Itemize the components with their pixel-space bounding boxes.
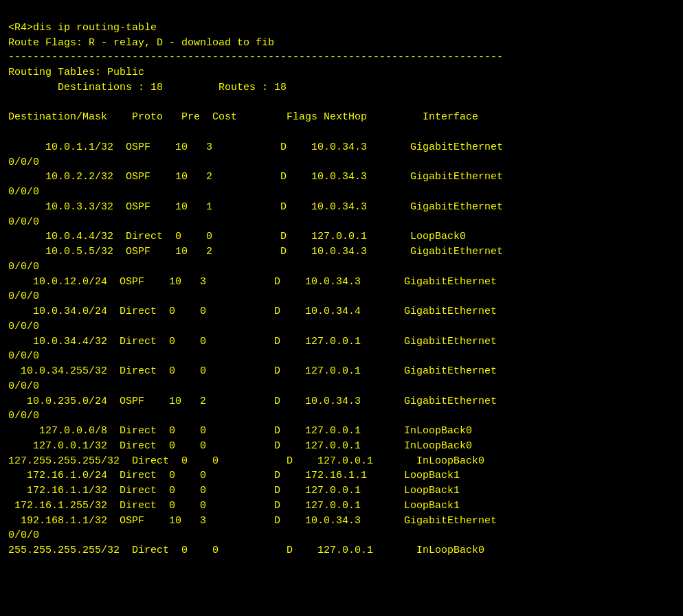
row-5: 0/0/0 — [8, 216, 39, 228]
route-flags: Route Flags: R - relay, D - download to … — [8, 37, 274, 49]
table-header: Destination/Mask Proto Pre Cost Flags Ne… — [8, 111, 478, 123]
row-6: 10.0.4.4/32 Direct 0 0 D 127.0.0.1 LoopB… — [8, 231, 466, 242]
row-2: 10.0.2.2/32 OSPF 10 2 D 10.0.34.3 Gigabi… — [8, 171, 503, 183]
row-14: 0/0/0 — [8, 350, 39, 362]
row-10: 0/0/0 — [8, 290, 39, 302]
row-12: 0/0/0 — [8, 321, 39, 332]
prompt-command: <R4>dis ip routing-table — [8, 22, 157, 34]
row-7: 10.0.5.5/32 OSPF 10 2 D 10.0.34.3 Gigabi… — [8, 246, 503, 258]
row-0: 10.0.1.1/32 OSPF 10 3 D 10.0.34.3 Gigabi… — [8, 141, 503, 153]
summary-line: Destinations : 18 Routes : 18 — [8, 82, 287, 93]
row-13: 10.0.34.4/32 Direct 0 0 D 127.0.0.1 Giga… — [8, 336, 497, 347]
row-24: 172.16.1.255/32 Direct 0 0 D 127.0.0.1 L… — [8, 500, 460, 512]
row-22: 172.16.1.0/24 Direct 0 0 D 172.16.1.1 Lo… — [8, 470, 460, 481]
row-15: 10.0.34.255/32 Direct 0 0 D 127.0.0.1 Gi… — [8, 365, 497, 377]
terminal-output: <R4>dis ip routing-table Route Flags: R … — [8, 21, 675, 558]
row-18: 0/0/0 — [8, 410, 39, 422]
row-20: 127.0.0.1/32 Direct 0 0 D 127.0.0.1 InLo… — [8, 440, 472, 452]
row-27: 255.255.255.255/32 Direct 0 0 D 127.0.0.… — [8, 545, 484, 556]
row-3: 0/0/0 — [8, 186, 39, 198]
row-21: 127.255.255.255/32 Direct 0 0 D 127.0.0.… — [8, 455, 484, 467]
row-11: 10.0.34.0/24 Direct 0 0 D 10.0.34.4 Giga… — [8, 306, 497, 317]
row-16: 0/0/0 — [8, 380, 39, 392]
row-17: 10.0.235.0/24 OSPF 10 2 D 10.0.34.3 Giga… — [8, 396, 497, 407]
row-26: 0/0/0 — [8, 529, 39, 541]
row-19: 127.0.0.0/8 Direct 0 0 D 127.0.0.1 InLoo… — [8, 425, 472, 437]
row-8: 0/0/0 — [8, 261, 39, 273]
row-4: 10.0.3.3/32 OSPF 10 1 D 10.0.34.3 Gigabi… — [8, 201, 503, 213]
row-9: 10.0.12.0/24 OSPF 10 3 D 10.0.34.3 Gigab… — [8, 276, 497, 288]
row-1: 0/0/0 — [8, 157, 39, 168]
routing-tables-label: Routing Tables: Public — [8, 67, 144, 78]
terminal-window: <R4>dis ip routing-table Route Flags: R … — [8, 5, 675, 573]
separator: ----------------------------------------… — [8, 52, 503, 63]
row-23: 172.16.1.1/32 Direct 0 0 D 127.0.0.1 Loo… — [8, 485, 460, 497]
row-25: 192.168.1.1/32 OSPF 10 3 D 10.0.34.3 Gig… — [8, 515, 497, 527]
